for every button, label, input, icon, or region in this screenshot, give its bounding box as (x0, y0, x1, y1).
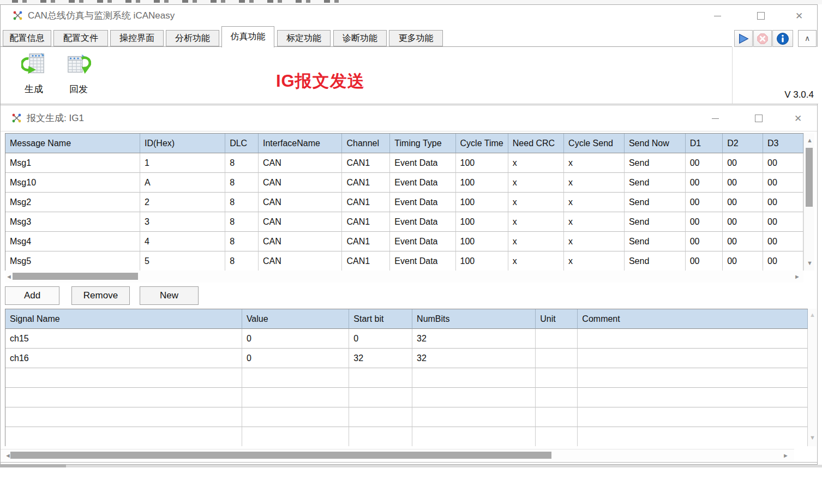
scroll-down-icon[interactable]: ▼ (807, 260, 813, 266)
column-header[interactable]: Signal Name (5, 309, 242, 329)
table-cell[interactable]: 00 (686, 173, 723, 193)
table-cell[interactable] (349, 407, 412, 427)
column-header[interactable]: Timing Type (390, 134, 455, 153)
table-cell[interactable]: 100 (456, 232, 508, 251)
table-cell[interactable]: 4 (140, 232, 225, 251)
maximize-button[interactable] (749, 5, 773, 27)
table-cell[interactable]: 100 (456, 212, 508, 232)
table-cell[interactable] (578, 407, 808, 427)
table-row[interactable]: ch1603232 (5, 349, 808, 368)
table-cell[interactable]: Send (625, 251, 686, 271)
hscroll-thumb[interactable] (13, 273, 138, 280)
message-table-vscrollbar[interactable]: ▲ ▼ (803, 133, 814, 271)
table-cell[interactable]: x (564, 193, 625, 212)
table-cell[interactable]: x (564, 232, 625, 251)
table-row[interactable]: Msg10A8CANCAN1Event Data100xxSend000000 (5, 173, 803, 193)
table-cell[interactable] (412, 388, 536, 407)
table-cell[interactable]: ch16 (5, 349, 242, 368)
tab-control-panel[interactable]: 操控界面 (110, 30, 164, 46)
table-cell[interactable]: CAN (259, 232, 342, 251)
table-row[interactable]: Msg558CANCAN1Event Data100xxSend000000 (5, 251, 803, 271)
table-cell[interactable]: 00 (763, 153, 803, 173)
column-header[interactable]: Cycle Time (456, 134, 508, 153)
column-header[interactable]: D1 (686, 134, 723, 153)
tab-config-file[interactable]: 配置文件 (53, 30, 108, 46)
table-cell[interactable] (578, 427, 808, 446)
tab-config-info[interactable]: 配置信息 (3, 30, 51, 46)
table-row[interactable]: Msg228CANCAN1Event Data100xxSend000000 (5, 193, 803, 212)
scroll-left-icon[interactable]: ◄ (6, 274, 12, 280)
table-cell[interactable] (536, 329, 578, 349)
table-cell[interactable]: 00 (686, 232, 723, 251)
table-cell[interactable]: 00 (723, 193, 763, 212)
table-cell[interactable]: x (508, 193, 564, 212)
table-cell[interactable]: Msg10 (5, 173, 140, 193)
table-cell[interactable]: 00 (763, 232, 803, 251)
table-cell[interactable]: 8 (225, 212, 259, 232)
scroll-up-icon[interactable]: ▲ (807, 137, 813, 143)
table-cell[interactable]: 32 (412, 329, 536, 349)
table-cell[interactable]: CAN1 (342, 153, 390, 173)
table-cell[interactable]: 100 (456, 153, 508, 173)
table-row[interactable]: Msg338CANCAN1Event Data100xxSend000000 (5, 212, 803, 232)
table-cell[interactable]: 00 (763, 212, 803, 232)
table-cell[interactable] (5, 407, 242, 427)
table-cell[interactable]: CAN1 (342, 212, 390, 232)
table-cell[interactable] (536, 427, 578, 446)
table-cell[interactable]: Msg5 (5, 251, 140, 271)
generator-close-button[interactable]: ✕ (786, 107, 810, 129)
table-cell[interactable]: Event Data (390, 212, 455, 232)
table-cell[interactable]: 0 (242, 329, 349, 349)
column-header[interactable]: D2 (723, 134, 763, 153)
table-cell[interactable]: Event Data (390, 153, 455, 173)
table-cell[interactable]: 100 (456, 193, 508, 212)
table-row[interactable] (5, 407, 808, 427)
table-cell[interactable]: CAN (259, 153, 342, 173)
table-cell[interactable]: CAN (259, 251, 342, 271)
table-cell[interactable]: 5 (140, 251, 225, 271)
table-cell[interactable] (242, 427, 349, 446)
table-cell[interactable]: CAN1 (342, 232, 390, 251)
table-cell[interactable] (578, 388, 808, 407)
table-cell[interactable]: 100 (456, 251, 508, 271)
table-cell[interactable]: CAN (259, 212, 342, 232)
table-cell[interactable] (349, 368, 412, 388)
tab-calibration[interactable]: 标定功能 (277, 30, 331, 46)
table-cell[interactable]: x (564, 212, 625, 232)
table-cell[interactable] (5, 388, 242, 407)
remove-button[interactable]: Remove (71, 286, 130, 305)
table-cell[interactable]: 00 (723, 212, 763, 232)
table-cell[interactable]: 00 (723, 251, 763, 271)
loopback-tool[interactable]: 回发 (59, 52, 98, 95)
table-row[interactable]: Msg118CANCAN1Event Data100xxSend000000 (5, 153, 803, 173)
table-cell[interactable]: 100 (456, 173, 508, 193)
table-cell[interactable] (536, 349, 578, 368)
table-cell[interactable]: A (140, 173, 225, 193)
info-button[interactable] (772, 30, 793, 47)
table-cell[interactable]: 8 (225, 193, 259, 212)
signal-table-hscrollbar[interactable]: ◄ ► (1, 449, 794, 461)
table-row[interactable]: ch150032 (5, 329, 808, 349)
table-cell[interactable]: 00 (686, 212, 723, 232)
table-cell[interactable]: 00 (686, 251, 723, 271)
table-cell[interactable]: 8 (225, 232, 259, 251)
table-cell[interactable]: CAN (259, 173, 342, 193)
tab-simulation[interactable]: 仿真功能 (221, 26, 274, 47)
column-header[interactable]: Start bit (349, 309, 412, 329)
column-header[interactable]: Value (242, 309, 349, 329)
table-cell[interactable] (242, 388, 349, 407)
table-cell[interactable]: Msg2 (5, 193, 140, 212)
table-cell[interactable]: 0 (349, 329, 412, 349)
column-header[interactable]: Send Now (625, 134, 686, 153)
collapse-ribbon-button[interactable]: ∧ (798, 30, 817, 47)
table-cell[interactable]: CAN1 (342, 251, 390, 271)
table-cell[interactable]: Event Data (390, 232, 455, 251)
table-cell[interactable] (349, 388, 412, 407)
table-cell[interactable]: x (508, 173, 564, 193)
table-cell[interactable]: 3 (140, 212, 225, 232)
column-header[interactable]: Channel (342, 134, 390, 153)
table-cell[interactable] (578, 329, 808, 349)
column-header[interactable]: Cycle Send (564, 134, 625, 153)
table-cell[interactable] (536, 388, 578, 407)
table-cell[interactable]: 32 (349, 349, 412, 368)
